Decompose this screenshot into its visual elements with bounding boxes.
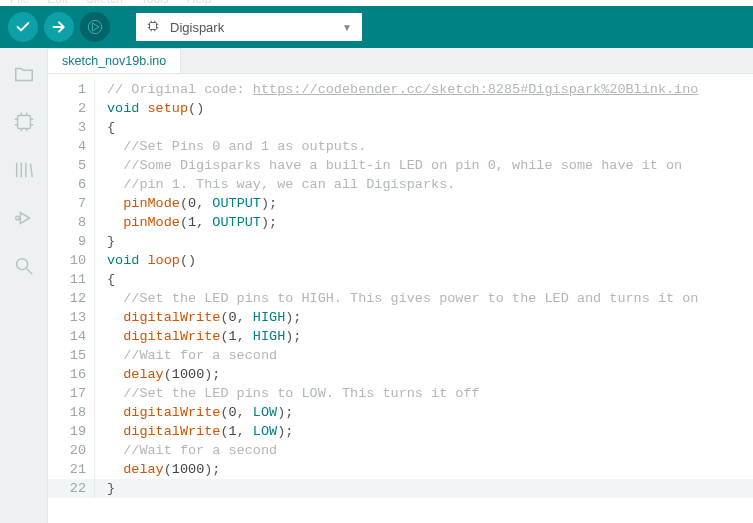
code-editor[interactable]: 1// Original code: https://codebender.cc… bbox=[48, 74, 753, 523]
code-line[interactable]: 22} bbox=[48, 479, 753, 498]
search-icon[interactable] bbox=[12, 254, 36, 278]
code-line[interactable]: 2void setup() bbox=[48, 99, 753, 118]
code-line[interactable]: 12 //Set the LED pins to HIGH. This give… bbox=[48, 289, 753, 308]
line-number: 1 bbox=[48, 80, 94, 99]
line-number: 13 bbox=[48, 308, 94, 327]
svg-marker-4 bbox=[20, 213, 29, 224]
left-sidebar bbox=[0, 48, 48, 523]
code-line[interactable]: 6 //pin 1. This way, we can all Digispar… bbox=[48, 175, 753, 194]
code-line[interactable]: 16 delay(1000); bbox=[48, 365, 753, 384]
line-number: 22 bbox=[48, 479, 94, 498]
menubar[interactable]: FileEditSketchToolsHelp bbox=[0, 0, 753, 6]
svg-point-5 bbox=[15, 216, 19, 220]
play-debug-icon bbox=[87, 19, 103, 35]
line-number: 2 bbox=[48, 99, 94, 118]
menu-edit[interactable]: Edit bbox=[47, 0, 68, 6]
code-line[interactable]: 15 //Wait for a second bbox=[48, 346, 753, 365]
board-manager-icon[interactable] bbox=[12, 110, 36, 134]
tab-filename: sketch_nov19b.ino bbox=[62, 54, 166, 68]
line-number: 17 bbox=[48, 384, 94, 403]
line-number: 20 bbox=[48, 441, 94, 460]
code-line[interactable]: 11{ bbox=[48, 270, 753, 289]
line-number: 9 bbox=[48, 232, 94, 251]
line-number: 10 bbox=[48, 251, 94, 270]
line-number: 18 bbox=[48, 403, 94, 422]
code-line[interactable]: 7 pinMode(0, OUTPUT); bbox=[48, 194, 753, 213]
code-line[interactable]: 14 digitalWrite(1, HIGH); bbox=[48, 327, 753, 346]
menu-file[interactable]: File bbox=[10, 0, 29, 6]
menu-sketch[interactable]: Sketch bbox=[86, 0, 123, 6]
chip-icon bbox=[146, 19, 160, 36]
line-number: 8 bbox=[48, 213, 94, 232]
code-line[interactable]: 5 //Some Digisparks have a built-in LED … bbox=[48, 156, 753, 175]
code-line[interactable]: 4 //Set Pins 0 and 1 as outputs. bbox=[48, 137, 753, 156]
svg-marker-0 bbox=[92, 23, 99, 31]
svg-rect-3 bbox=[17, 116, 30, 129]
toolbar: Digispark ▼ bbox=[0, 6, 753, 48]
library-manager-icon[interactable] bbox=[12, 158, 36, 182]
line-number: 19 bbox=[48, 422, 94, 441]
line-number: 4 bbox=[48, 137, 94, 156]
line-number: 15 bbox=[48, 346, 94, 365]
menu-tools[interactable]: Tools bbox=[141, 0, 169, 6]
line-number: 16 bbox=[48, 365, 94, 384]
code-line[interactable]: 17 //Set the LED pins to LOW. This turns… bbox=[48, 384, 753, 403]
code-line[interactable]: 13 digitalWrite(0, HIGH); bbox=[48, 308, 753, 327]
check-icon bbox=[15, 19, 31, 35]
line-number: 12 bbox=[48, 289, 94, 308]
verify-button[interactable] bbox=[8, 12, 38, 42]
code-line[interactable]: 21 delay(1000); bbox=[48, 460, 753, 479]
board-selector[interactable]: Digispark ▼ bbox=[136, 13, 362, 41]
code-line[interactable]: 10void loop() bbox=[48, 251, 753, 270]
svg-point-6 bbox=[16, 259, 27, 270]
line-number: 14 bbox=[48, 327, 94, 346]
code-line[interactable]: 8 pinMode(1, OUTPUT); bbox=[48, 213, 753, 232]
debug-icon[interactable] bbox=[12, 206, 36, 230]
code-line[interactable]: 9} bbox=[48, 232, 753, 251]
menu-help[interactable]: Help bbox=[187, 0, 212, 6]
code-line[interactable]: 20 //Wait for a second bbox=[48, 441, 753, 460]
debug-button[interactable] bbox=[80, 12, 110, 42]
arrow-right-icon bbox=[51, 19, 67, 35]
chevron-down-icon: ▼ bbox=[342, 22, 352, 33]
line-number: 11 bbox=[48, 270, 94, 289]
svg-rect-2 bbox=[150, 22, 157, 29]
line-number: 5 bbox=[48, 156, 94, 175]
code-line[interactable]: 3{ bbox=[48, 118, 753, 137]
tabbar: sketch_nov19b.ino bbox=[48, 48, 753, 74]
code-line[interactable]: 1// Original code: https://codebender.cc… bbox=[48, 80, 753, 99]
code-line[interactable]: 18 digitalWrite(0, LOW); bbox=[48, 403, 753, 422]
line-number: 6 bbox=[48, 175, 94, 194]
board-name: Digispark bbox=[170, 20, 332, 35]
line-number: 21 bbox=[48, 460, 94, 479]
upload-button[interactable] bbox=[44, 12, 74, 42]
line-number: 7 bbox=[48, 194, 94, 213]
line-number: 3 bbox=[48, 118, 94, 137]
folder-icon[interactable] bbox=[12, 62, 36, 86]
tab-file[interactable]: sketch_nov19b.ino bbox=[48, 48, 181, 73]
code-line[interactable]: 19 digitalWrite(1, LOW); bbox=[48, 422, 753, 441]
